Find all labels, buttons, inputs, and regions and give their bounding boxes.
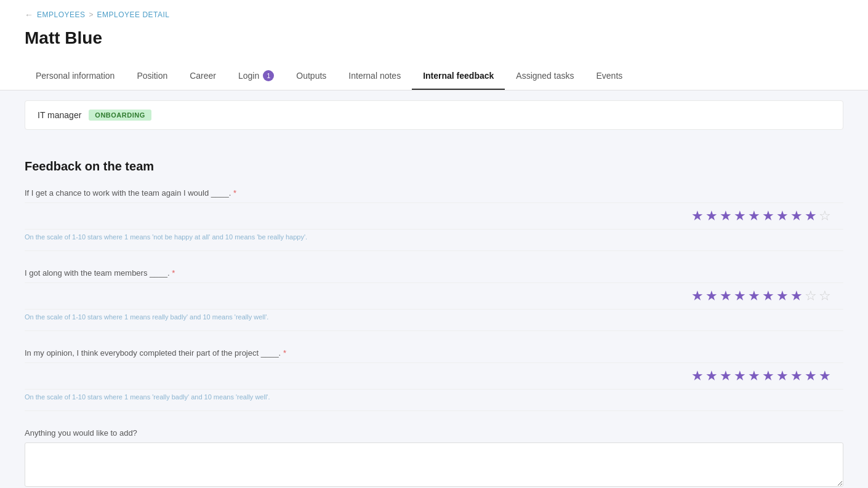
required-indicator-1: * <box>233 188 236 198</box>
star-3-6[interactable]: ★ <box>762 368 774 384</box>
scale-hint-3: On the scale of 1-10 stars where 1 means… <box>25 393 843 401</box>
star-3-7[interactable]: ★ <box>776 368 789 384</box>
star-2-8[interactable]: ★ <box>790 288 803 304</box>
star-3-2[interactable]: ★ <box>705 368 718 384</box>
question-label-1: If I get a chance to work with the team … <box>25 188 843 198</box>
login-badge: 1 <box>263 70 274 81</box>
question-block-2: I got along with the team members ____. … <box>25 268 843 331</box>
tab-outputs[interactable]: Outputs <box>285 63 337 90</box>
star-1-6[interactable]: ★ <box>762 208 774 224</box>
tab-events[interactable]: Events <box>585 63 633 90</box>
tab-login[interactable]: Login 1 <box>227 63 285 90</box>
star-3-5[interactable]: ★ <box>748 368 760 384</box>
stars-row-1[interactable]: ★ ★ ★ ★ ★ ★ ★ ★ ★ ☆ <box>25 202 843 230</box>
star-2-4[interactable]: ★ <box>734 288 746 304</box>
breadcrumb: ← EMPLOYEES > EMPLOYEE DETAIL <box>25 10 843 20</box>
required-indicator-2: * <box>172 268 175 278</box>
star-1-7[interactable]: ★ <box>776 208 789 224</box>
star-2-7[interactable]: ★ <box>776 288 789 304</box>
tab-position[interactable]: Position <box>126 63 179 90</box>
page-wrapper: ← EMPLOYEES > EMPLOYEE DETAIL Matt Blue … <box>0 0 868 488</box>
required-indicator-3: * <box>283 348 286 358</box>
star-1-5[interactable]: ★ <box>748 208 760 224</box>
tab-assigned-tasks[interactable]: Assigned tasks <box>505 63 585 90</box>
page-title: Matt Blue <box>25 26 843 58</box>
star-2-2[interactable]: ★ <box>705 288 718 304</box>
star-1-2[interactable]: ★ <box>705 208 718 224</box>
open-question-label: Anything you would like to add? <box>25 428 843 438</box>
question-block-3: In my opinion, I think everybody complet… <box>25 348 843 411</box>
tabs-bar: Personal information Position Career Log… <box>0 63 868 90</box>
stars-row-3[interactable]: ★ ★ ★ ★ ★ ★ ★ ★ ★ ★ <box>25 362 843 390</box>
star-1-1[interactable]: ★ <box>691 208 704 224</box>
back-arrow-icon: ← <box>25 10 33 20</box>
star-1-3[interactable]: ★ <box>720 208 732 224</box>
breadcrumb-employee-detail[interactable]: EMPLOYEE DETAIL <box>97 10 170 19</box>
star-2-5[interactable]: ★ <box>748 288 760 304</box>
role-name: IT manager <box>38 110 81 120</box>
breadcrumb-employees[interactable]: EMPLOYEES <box>37 10 86 19</box>
star-2-3[interactable]: ★ <box>720 288 732 304</box>
open-question-textarea[interactable] <box>25 442 843 487</box>
open-question-block: Anything you would like to add? Were the… <box>25 428 843 488</box>
main-content: Feedback on the team If I get a chance t… <box>25 145 843 488</box>
star-2-6[interactable]: ★ <box>762 288 774 304</box>
star-2-10[interactable]: ☆ <box>819 288 831 304</box>
star-2-9[interactable]: ☆ <box>805 288 817 304</box>
star-1-9[interactable]: ★ <box>805 208 817 224</box>
role-bar: IT manager ONBOARDING <box>25 100 843 130</box>
star-2-1[interactable]: ★ <box>691 288 704 304</box>
question-block-1: If I get a chance to work with the team … <box>25 188 843 251</box>
star-3-8[interactable]: ★ <box>790 368 803 384</box>
section-title: Feedback on the team <box>25 159 843 174</box>
scale-hint-1: On the scale of 1-10 stars where 1 means… <box>25 233 843 241</box>
stars-row-2[interactable]: ★ ★ ★ ★ ★ ★ ★ ★ ☆ ☆ <box>25 282 843 310</box>
scale-hint-2: On the scale of 1-10 stars where 1 means… <box>25 313 843 321</box>
star-3-10[interactable]: ★ <box>819 368 831 384</box>
star-3-9[interactable]: ★ <box>805 368 817 384</box>
star-3-3[interactable]: ★ <box>720 368 732 384</box>
star-3-1[interactable]: ★ <box>691 368 704 384</box>
breadcrumb-separator: > <box>89 10 94 19</box>
top-bar: ← EMPLOYEES > EMPLOYEE DETAIL Matt Blue <box>0 0 868 63</box>
star-1-10[interactable]: ☆ <box>819 208 831 224</box>
question-label-2: I got along with the team members ____. … <box>25 268 843 278</box>
content-area: IT manager ONBOARDING Feedback on the te… <box>0 90 868 488</box>
star-1-4[interactable]: ★ <box>734 208 746 224</box>
status-badge: ONBOARDING <box>89 110 151 121</box>
tab-career[interactable]: Career <box>179 63 227 90</box>
question-label-3: In my opinion, I think everybody complet… <box>25 348 843 358</box>
tab-internal-notes[interactable]: Internal notes <box>337 63 412 90</box>
star-1-8[interactable]: ★ <box>790 208 803 224</box>
tab-internal-feedback[interactable]: Internal feedback <box>412 63 505 90</box>
star-3-4[interactable]: ★ <box>734 368 746 384</box>
tab-personal-information[interactable]: Personal information <box>25 63 126 90</box>
